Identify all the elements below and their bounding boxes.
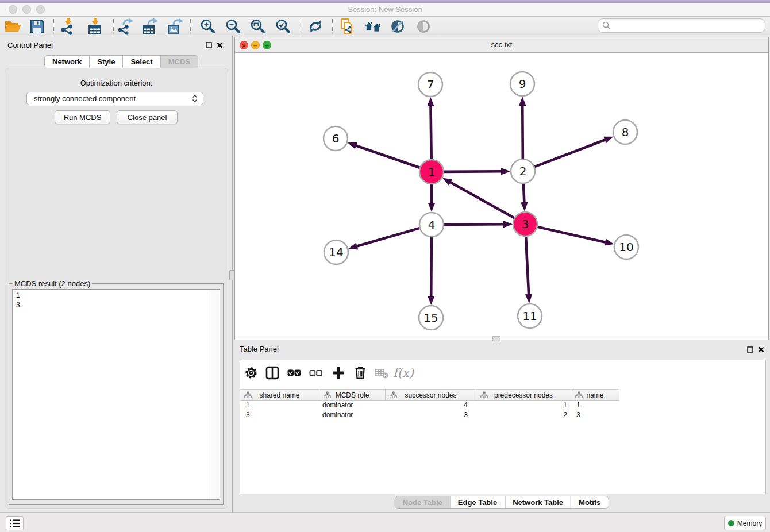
zoom-fit-button[interactable] [248,17,268,36]
export-image-button[interactable] [165,17,186,36]
refresh-button[interactable] [305,17,326,36]
table-toolbar: f(x) [240,360,765,384]
memory-label: Memory [737,519,762,527]
dropdown-value: strongly connected component [34,94,192,103]
zoom-in-button[interactable] [198,17,218,36]
plus-icon [331,365,346,380]
graph-edge-2-9[interactable] [522,104,523,159]
tab-mcds[interactable]: MCDS [160,56,198,68]
graph-edge-2-3[interactable] [523,184,525,204]
show-graphics-details-icon [415,18,432,35]
graph-edge-4-3[interactable] [444,224,505,225]
close-icon [758,346,764,353]
run-mcds-button[interactable]: Run MCDS [55,110,110,124]
tab-motifs[interactable]: Motifs [571,496,608,508]
deselect-all-button[interactable] [306,363,326,383]
export-table-button[interactable] [140,17,160,36]
graph-node-label: 9 [519,77,526,91]
show-columns-button[interactable] [263,363,282,383]
table-row[interactable]: 3dominator323 [240,410,765,420]
mcds-panel: Optimization criterion: strongly connect… [5,68,228,509]
graph-edge-1-7[interactable] [430,105,431,159]
graph-edge-1-6[interactable] [355,145,419,167]
edge-arrowhead [428,203,435,212]
edge-arrowhead [348,142,357,149]
graph-edge-3-1[interactable] [449,182,514,218]
export-network-icon [117,18,134,35]
float-icon [747,346,753,353]
table-cell: dominator [319,411,386,419]
table-cell: 1 [571,401,619,409]
open-file-button[interactable] [2,17,23,36]
delete-table-button[interactable] [372,363,391,383]
tab-select[interactable]: Select [122,56,160,68]
column-header-successor-nodes[interactable]: successor nodes [386,390,476,400]
tab-edge-table[interactable]: Edge Table [450,496,505,508]
horizontal-splitter-handle[interactable] [492,336,500,341]
column-header-shared-name[interactable]: shared name [240,390,319,400]
table-row[interactable]: 1dominator411 [240,400,765,410]
table-cell: 3 [386,411,476,419]
tab-network-table[interactable]: Network Table [505,496,571,508]
node-table-block: f(x) shared nameMCDS rolesuccessor nodes… [240,360,766,494]
import-network-button[interactable] [57,17,78,36]
tab-style[interactable]: Style [89,56,122,68]
column-header-name[interactable]: name [571,390,619,400]
graph-edge-1-2[interactable] [444,171,503,172]
add-row-button[interactable] [329,363,348,383]
control-panel-tabs: NetworkStyleSelectMCDS [44,55,198,68]
app-title: Session: New Session [0,3,770,16]
toolbar-separator [190,19,191,33]
close-panel-button[interactable]: Close panel [117,110,178,124]
zoom-fit-icon [249,18,267,34]
tab-node-table[interactable]: Node Table [395,496,450,508]
table-panel-close-button[interactable] [756,345,765,354]
graph-node-label: 3 [522,217,529,231]
mcds-result-textarea[interactable]: 13 [12,289,220,500]
graph-node-label: 2 [519,164,527,178]
delete-rows-button[interactable] [351,363,370,383]
application-window: Session: New Session [0,0,770,532]
table-panel-float-button[interactable] [745,345,754,354]
save-session-button[interactable] [26,17,47,36]
graph-edge-3-11[interactable] [526,237,529,296]
columns-icon [265,365,280,380]
control-panel-close-button[interactable] [215,40,224,49]
search-input[interactable] [598,18,765,33]
network-window-titlebar: scc.txt [235,37,768,53]
edge-arrowhead [442,178,452,186]
zoom-out-button[interactable] [223,17,244,36]
graph-edge-4-14[interactable] [356,228,419,246]
import-table-button[interactable] [84,17,105,36]
fx-icon: f(x) [393,366,414,380]
control-panel-float-button[interactable] [204,40,213,49]
column-header-predecessor-nodes[interactable]: predecessor nodes [476,390,571,400]
edge-arrowhead [428,296,434,305]
hide-graphics-details-button[interactable] [387,17,408,36]
network-canvas[interactable]: 1234678910111415 [235,53,768,339]
optimization-criterion-dropdown[interactable]: strongly connected component [26,92,203,105]
zoom-selected-button[interactable] [273,17,294,36]
graph-node-label: 4 [428,218,436,232]
edge-arrowhead [525,294,532,303]
deselect-all-icon [309,365,324,380]
table-settings-button[interactable] [241,363,261,383]
clone-network-button[interactable] [337,17,357,36]
show-graphics-details-button[interactable] [413,17,434,36]
column-header-MCDS-role[interactable]: MCDS role [319,390,386,400]
export-network-button[interactable] [115,17,136,36]
delete-table-icon [374,365,389,380]
graph-edge-2-8[interactable] [535,139,607,167]
graph-edge-3-10[interactable] [537,227,606,242]
first-neighbors-button[interactable] [363,17,383,36]
graph-node-label: 14 [329,245,343,259]
result-scrollbar[interactable] [211,290,219,499]
graph-edge-4-15[interactable] [431,237,432,298]
toolbar-separator [113,19,114,33]
memory-button[interactable]: Memory [724,516,766,530]
function-builder-button[interactable]: f(x) [394,363,413,383]
hide-graphics-details-icon [389,18,406,35]
task-history-button[interactable] [6,516,24,530]
tab-network[interactable]: Network [45,56,89,68]
select-all-button[interactable] [284,363,304,383]
